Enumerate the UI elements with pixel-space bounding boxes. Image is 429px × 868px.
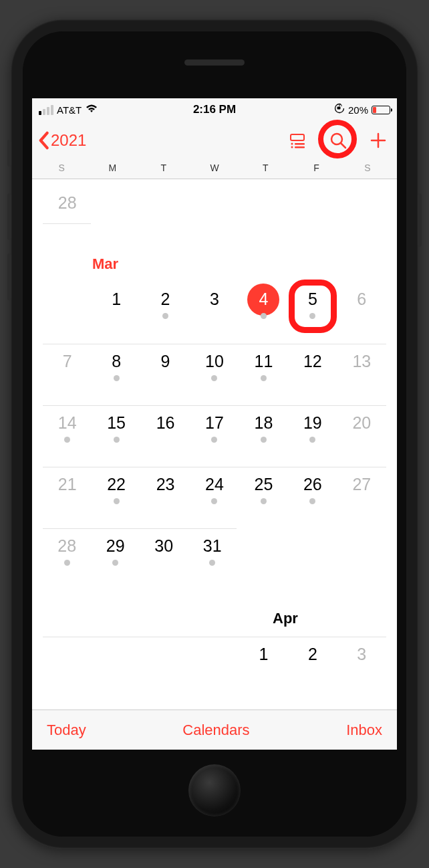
status-time: 2:16 PM bbox=[193, 103, 236, 116]
home-button[interactable] bbox=[188, 764, 241, 817]
day-cell[interactable]: 30 bbox=[140, 536, 188, 590]
phone-bezel: AT&T 2:16 PM 20% 2021 bbox=[23, 31, 406, 837]
day-cell[interactable]: 13 bbox=[337, 351, 386, 405]
day-cell[interactable]: 20 bbox=[337, 413, 386, 467]
event-dot bbox=[309, 437, 315, 443]
dow-label: M bbox=[87, 162, 138, 173]
event-dot bbox=[114, 375, 120, 381]
search-icon[interactable] bbox=[329, 131, 347, 150]
day-cell[interactable]: 11 bbox=[239, 351, 288, 405]
day-cell[interactable]: 9 bbox=[141, 351, 190, 405]
battery-icon bbox=[372, 106, 390, 114]
event-dot bbox=[211, 375, 217, 381]
status-bar: AT&T 2:16 PM 20% bbox=[32, 98, 397, 121]
day-cell[interactable]: 1 bbox=[92, 289, 140, 344]
day-cell[interactable]: 19 bbox=[288, 413, 337, 467]
speaker-grille bbox=[184, 60, 245, 66]
bottom-toolbar: Today Calendars Inbox bbox=[32, 710, 397, 750]
svg-point-5 bbox=[291, 146, 293, 148]
event-dot bbox=[309, 498, 315, 504]
day-cell[interactable]: 6 bbox=[337, 289, 386, 344]
event-dot bbox=[162, 313, 168, 319]
day-of-week-header: SMTWTFS bbox=[32, 160, 397, 179]
day-cell[interactable]: 4 bbox=[239, 289, 288, 344]
svg-rect-2 bbox=[291, 134, 304, 140]
day-cell[interactable]: 28 bbox=[43, 536, 92, 590]
phone-frame: AT&T 2:16 PM 20% 2021 bbox=[11, 19, 418, 849]
event-dot bbox=[112, 560, 118, 566]
day-cell[interactable]: 14 bbox=[43, 413, 92, 467]
event-dot bbox=[114, 437, 120, 443]
event-dot bbox=[211, 498, 217, 504]
day-cell[interactable]: 28 bbox=[43, 193, 92, 223]
list-view-icon[interactable] bbox=[289, 131, 307, 150]
event-dot bbox=[261, 313, 267, 319]
day-cell[interactable]: 21 bbox=[43, 474, 92, 528]
event-dot bbox=[261, 498, 267, 504]
dow-label: W bbox=[189, 162, 240, 173]
volume-down-button[interactable] bbox=[7, 253, 11, 300]
day-cell[interactable]: 27 bbox=[337, 474, 386, 528]
day-cell[interactable]: 29 bbox=[92, 536, 140, 590]
day-cell bbox=[92, 644, 140, 664]
day-cell[interactable]: 12 bbox=[288, 351, 337, 405]
calendar-body[interactable]: 28 Mar 123456789101112131415161718192021… bbox=[32, 179, 397, 710]
mute-switch[interactable] bbox=[7, 140, 11, 167]
back-label: 2021 bbox=[51, 131, 86, 150]
previous-month-tail: 28 bbox=[43, 183, 386, 223]
volume-up-button[interactable] bbox=[7, 193, 11, 240]
wifi-icon bbox=[85, 103, 98, 116]
day-cell bbox=[141, 644, 190, 664]
dow-label: T bbox=[240, 162, 291, 173]
back-button[interactable]: 2021 bbox=[37, 131, 86, 150]
day-cell[interactable]: 18 bbox=[239, 413, 288, 467]
svg-rect-6 bbox=[295, 146, 305, 148]
svg-rect-4 bbox=[295, 143, 305, 145]
calendars-button[interactable]: Calendars bbox=[182, 722, 249, 739]
battery-percent: 20% bbox=[348, 104, 368, 116]
carrier-label: AT&T bbox=[57, 104, 82, 116]
day-cell[interactable]: 17 bbox=[190, 413, 239, 467]
day-cell[interactable]: 15 bbox=[92, 413, 140, 467]
day-cell[interactable]: 2 bbox=[141, 289, 190, 344]
event-dot bbox=[261, 375, 267, 381]
day-cell bbox=[43, 644, 92, 664]
day-cell[interactable]: 22 bbox=[92, 474, 140, 528]
inbox-button[interactable]: Inbox bbox=[346, 722, 382, 739]
day-cell bbox=[43, 289, 92, 344]
screen: AT&T 2:16 PM 20% 2021 bbox=[32, 98, 397, 750]
dow-label: T bbox=[138, 162, 189, 173]
day-cell bbox=[190, 644, 239, 664]
day-cell[interactable]: 16 bbox=[141, 413, 190, 467]
today-button[interactable]: Today bbox=[47, 722, 86, 739]
dow-label: F bbox=[291, 162, 341, 173]
dow-label: S bbox=[342, 162, 393, 173]
day-cell[interactable]: 23 bbox=[141, 474, 190, 528]
day-cell[interactable]: 3 bbox=[190, 289, 239, 344]
event-dot bbox=[261, 437, 267, 443]
svg-point-3 bbox=[291, 143, 293, 145]
event-dot bbox=[309, 313, 315, 319]
day-cell[interactable]: 25 bbox=[239, 474, 288, 528]
month-label-mar: Mar bbox=[32, 242, 397, 282]
day-cell[interactable]: 24 bbox=[190, 474, 239, 528]
day-cell[interactable]: 3 bbox=[337, 644, 386, 664]
add-event-icon[interactable] bbox=[369, 131, 388, 150]
day-cell[interactable]: 26 bbox=[288, 474, 337, 528]
day-cell[interactable]: 10 bbox=[190, 351, 239, 405]
day-cell[interactable]: 1 bbox=[239, 644, 288, 664]
power-button[interactable] bbox=[418, 193, 422, 247]
svg-line-8 bbox=[341, 143, 345, 148]
signal-bars-icon bbox=[39, 105, 53, 115]
day-cell[interactable]: 5 bbox=[288, 289, 337, 344]
dow-label: S bbox=[36, 162, 87, 173]
day-cell[interactable]: 8 bbox=[92, 351, 140, 405]
event-dot bbox=[64, 437, 70, 443]
day-cell[interactable]: 2 bbox=[288, 644, 337, 664]
bottom-bezel bbox=[23, 750, 406, 837]
top-bezel bbox=[23, 31, 406, 98]
rotation-lock-icon bbox=[334, 103, 345, 117]
svg-rect-1 bbox=[337, 106, 340, 109]
day-cell[interactable]: 7 bbox=[43, 351, 92, 405]
day-cell[interactable]: 31 bbox=[188, 536, 237, 590]
